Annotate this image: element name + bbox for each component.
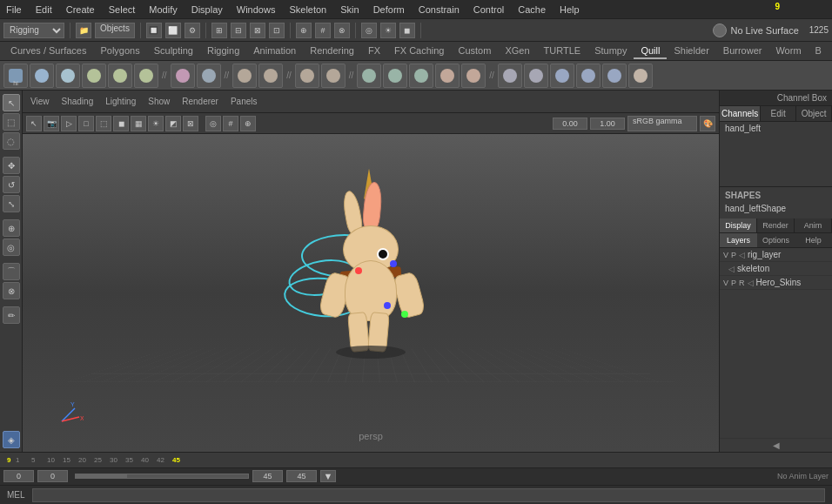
shelf-icon-fk-rhar[interactable] <box>295 64 319 88</box>
layer-v-rig[interactable]: V <box>723 251 728 259</box>
shelf-icon-phy1[interactable] <box>550 64 574 88</box>
menu-help[interactable]: Help <box>557 4 582 15</box>
shelf-icon-fingers2[interactable] <box>108 64 132 88</box>
panel-tab-object[interactable]: Object <box>796 106 832 121</box>
vp-light-btn[interactable]: ☀ <box>148 116 164 131</box>
menu-windows[interactable]: Windows <box>234 4 278 15</box>
panel-sub-tab-anim[interactable]: Anim <box>795 218 832 232</box>
timeline-ruler[interactable]: 9 1 5 10 15 20 25 30 35 40 42 45 9 <box>0 453 832 468</box>
vp-hud-btn[interactable]: ⊕ <box>240 116 256 131</box>
quick-layout-tool[interactable]: ◈ <box>3 431 20 448</box>
shelf-tab-rendering[interactable]: Rendering <box>303 44 361 59</box>
camera-icon[interactable]: ◎ <box>361 23 377 38</box>
vp-shadow-btn[interactable]: ◩ <box>165 116 181 131</box>
vp-menu-view[interactable]: View <box>26 97 54 106</box>
panel-row-tab-options[interactable]: Options <box>757 233 795 247</box>
menu-cache[interactable]: Cache <box>515 4 548 15</box>
timeline-current[interactable] <box>37 470 68 482</box>
shelf-tab-fxcaching[interactable]: FX Caching <box>387 44 451 59</box>
menu-display[interactable]: Display <box>189 4 225 15</box>
shelf-tab-quill[interactable]: Quill <box>634 44 667 59</box>
transform-handle-blue[interactable] <box>384 302 391 309</box>
mel-input[interactable] <box>32 488 825 502</box>
vp-render-btn[interactable]: ▷ <box>61 116 77 131</box>
transform-handle-red[interactable] <box>355 267 362 274</box>
shelf-tab-turtle[interactable]: TURTLE <box>537 44 588 59</box>
timeline-expand-btn[interactable]: ▼ <box>320 470 336 482</box>
vp-menu-show[interactable]: Show <box>144 97 174 106</box>
shelf-icon-heel-rol[interactable] <box>409 64 433 88</box>
shelf-tab-worm[interactable]: Worm <box>768 44 808 59</box>
shelf-icon-fingers[interactable] <box>82 64 106 88</box>
shelf-icon-trans-sp[interactable] <box>357 64 381 88</box>
shelf-icon-studio-l[interactable] <box>498 64 522 88</box>
move-tool[interactable]: ✥ <box>3 157 20 174</box>
snap1-icon[interactable]: ⊞ <box>211 23 227 38</box>
panel-sub-tab-render[interactable]: Render <box>757 218 795 232</box>
layer-name-rig[interactable]: rig_layer <box>748 250 829 259</box>
shelf-icon-earsold[interactable] <box>461 64 486 88</box>
show-manip-tool[interactable]: ◎ <box>3 239 20 256</box>
shelf-tab-xgen[interactable]: XGen <box>498 44 536 59</box>
shelf-tab-burrower[interactable]: Burrower <box>716 44 769 59</box>
shelf-icon-phy2[interactable] <box>576 64 601 88</box>
transform-handle-green[interactable] <box>401 311 408 318</box>
vp-cam-btn[interactable]: 📷 <box>44 116 59 131</box>
shelf-icon-reset-rl[interactable] <box>321 64 346 88</box>
tool1-icon[interactable]: ⊗ <box>334 23 350 38</box>
vp-menu-panels[interactable]: Panels <box>226 97 262 106</box>
shelf-icon-trans-tr[interactable] <box>383 64 407 88</box>
layer-p-rig[interactable]: P <box>731 251 736 259</box>
shelf-icon-ears[interactable] <box>435 64 460 88</box>
scale-tool[interactable]: ⤡ <box>3 195 20 212</box>
shelf-icon-export[interactable] <box>628 64 653 88</box>
folder-icon[interactable]: 📁 <box>76 23 91 38</box>
color-space-btn[interactable]: sRGB gamma <box>627 116 697 131</box>
panel-row-tab-layers[interactable]: Layers <box>720 233 757 247</box>
menu-select[interactable]: Select <box>106 4 138 15</box>
rotate-tool[interactable]: ↺ <box>3 176 20 193</box>
panel-row-tab-help[interactable]: Help <box>795 233 832 247</box>
vp-scale-input[interactable] <box>590 118 625 130</box>
mode-select[interactable]: Rigging <box>3 23 64 38</box>
timeline-range-end[interactable] <box>252 470 283 482</box>
render-icon[interactable]: 🔲 <box>146 23 162 38</box>
layer-v-hero[interactable]: V <box>723 279 728 287</box>
paint-select-tool[interactable]: ⬚ <box>3 113 20 131</box>
light-icon[interactable]: ☀ <box>380 23 396 38</box>
shelf-tab-rigging[interactable]: Rigging <box>200 44 246 59</box>
layer-name-skeleton[interactable]: skeleton <box>737 264 829 273</box>
panel-sub-tab-display[interactable]: Display <box>720 218 757 232</box>
shelf-tab-custom[interactable]: Custom <box>452 44 499 59</box>
material-icon[interactable]: ◼ <box>399 23 415 38</box>
vp-shaded-btn[interactable]: ◼ <box>113 116 129 131</box>
menu-skeleton[interactable]: Skeleton <box>286 4 329 15</box>
objects-button[interactable]: Objects <box>95 23 135 38</box>
shelf-icon-mr-klee[interactable] <box>524 64 548 88</box>
paint-tool[interactable]: ✏ <box>3 306 20 324</box>
shelf-tab-curves[interactable]: Curves / Surfaces <box>3 44 93 59</box>
vp-menu-renderer[interactable]: Renderer <box>178 97 223 106</box>
timeline-start[interactable] <box>3 470 34 482</box>
vp-menu-shading[interactable]: Shading <box>57 97 98 106</box>
timeline-range[interactable] <box>75 474 249 479</box>
shelf-icon-hi[interactable]: hi <box>3 64 28 88</box>
menu-control[interactable]: Control <box>471 4 507 15</box>
panel-tab-channels[interactable]: Channels <box>720 106 761 121</box>
vp-menu-lighting[interactable]: Lighting <box>101 97 140 106</box>
character-rig[interactable] <box>319 217 423 356</box>
menu-deform[interactable]: Deform <box>371 4 407 15</box>
grid-icon[interactable]: # <box>315 23 331 38</box>
panel-tab-edit[interactable]: Edit <box>761 106 796 121</box>
vp-render2-btn[interactable]: □ <box>78 116 94 131</box>
menu-create[interactable]: Create <box>64 4 97 15</box>
ep-tool[interactable]: ⊗ <box>3 282 20 299</box>
vp-grid-btn[interactable]: # <box>223 116 238 131</box>
lasso-tool[interactable]: ◌ <box>3 132 20 150</box>
panel-scroll-arrow[interactable]: ◀ <box>720 438 832 452</box>
menu-skin[interactable]: Skin <box>338 4 361 15</box>
shelf-tab-b[interactable]: B <box>809 44 829 59</box>
shelf-icon-backpack[interactable] <box>197 64 221 88</box>
shelf-tab-fx[interactable]: FX <box>361 44 387 59</box>
select-tool[interactable]: ↖ <box>3 94 20 111</box>
